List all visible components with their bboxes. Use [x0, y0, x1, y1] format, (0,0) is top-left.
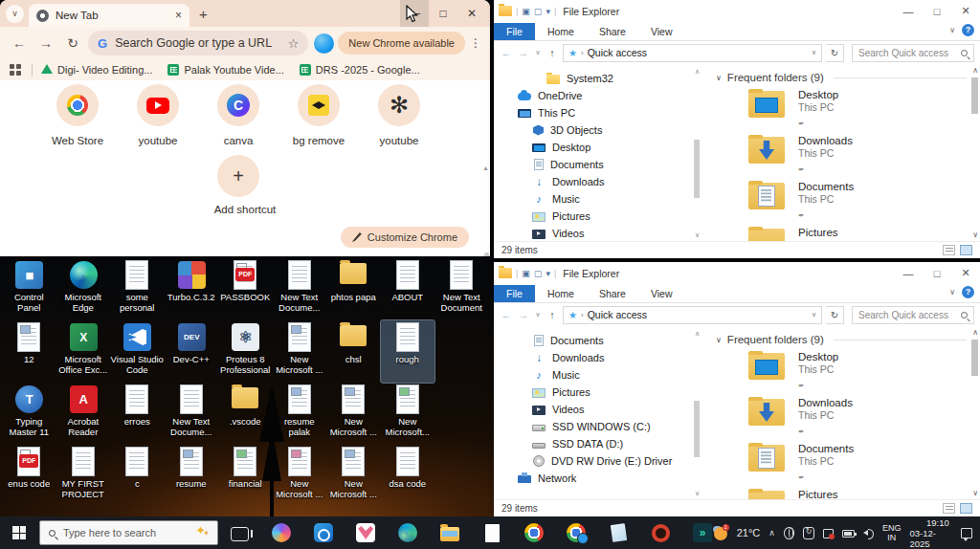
nav-pane-item[interactable]: Downloads	[494, 349, 702, 366]
nav-pane-item[interactable]: System32	[494, 70, 702, 87]
taskbar-app-icon[interactable]	[649, 521, 672, 544]
nav-pane-item[interactable]: SSD DATA (D:)	[494, 435, 702, 452]
desktop-icon[interactable]: phtos papa	[326, 258, 381, 320]
chrome-menu-icon[interactable]: ⋮	[469, 36, 482, 50]
frequent-folder-tile[interactable]: Downloads This PC	[748, 397, 967, 443]
breadcrumb[interactable]: Quick access	[588, 47, 808, 58]
desktop-icon[interactable]: ABOUT	[381, 258, 435, 320]
close-button[interactable]: ✕	[951, 0, 980, 22]
explorer-search-input[interactable]: Search Quick access	[852, 44, 974, 62]
reload-icon[interactable]: ↻	[61, 35, 84, 51]
explorer-search-input[interactable]: Search Quick access	[852, 306, 974, 324]
taskbar-app-icon[interactable]	[396, 521, 419, 544]
desktop-icon[interactable]: New Microsoft ...	[326, 445, 381, 507]
close-button[interactable]: ✕	[457, 0, 486, 27]
collapse-icon[interactable]: ∨	[716, 74, 722, 82]
network-globe-icon[interactable]	[784, 527, 794, 539]
back-icon[interactable]: ←	[500, 309, 513, 320]
scroll-down-icon[interactable]: ∨	[695, 231, 700, 239]
desktop-icon[interactable]: ▦ ▦ Control Panel	[2, 258, 56, 320]
desktop-icon[interactable]: 12	[2, 320, 56, 383]
desktop-icon[interactable]: PDF PDF enus code	[2, 445, 56, 507]
nav-pane-item[interactable]: Network	[494, 470, 702, 487]
taskbar-app-icon[interactable]	[438, 521, 461, 544]
desktop-icon[interactable]: A A Acrobat Reader	[56, 383, 111, 445]
frequent-folder-tile[interactable]: Desktop This PC	[748, 351, 967, 397]
frequent-folders-header[interactable]: ∨ Frequent folders (9)	[716, 72, 967, 83]
desktop-icon[interactable]: c	[110, 445, 165, 507]
scrollbar-thumb[interactable]	[971, 340, 978, 376]
desktop-icon[interactable]: erroes	[110, 383, 165, 445]
content-scrollbar[interactable]: ∧ ∨	[970, 328, 979, 497]
ribbon-tab[interactable]: View	[638, 285, 685, 302]
sidebar-scrollbar[interactable]: ∧ ∨	[693, 330, 701, 497]
temperature[interactable]: 21°C	[737, 527, 761, 538]
bookmark-item[interactable]: Palak Youtube Vide...	[167, 64, 283, 76]
weather-icon[interactable]: 1	[714, 525, 727, 541]
desktop-icon[interactable]: PDF PDF PASSBOOK	[218, 258, 273, 320]
up-icon[interactable]: ↑	[546, 309, 559, 320]
thumbnail-view-icon[interactable]	[960, 245, 972, 255]
scrollbar-thumb[interactable]	[694, 140, 700, 198]
minimize-button[interactable]: —	[894, 0, 923, 22]
desktop-icon[interactable]: New Text Document	[434, 258, 489, 320]
frequent-folder-tile[interactable]: Desktop This PC	[748, 89, 967, 135]
frequent-folders-header[interactable]: ∨ Frequent folders (9)	[716, 334, 967, 345]
ribbon-tab[interactable]: View	[638, 23, 685, 40]
profile-avatar[interactable]	[314, 33, 334, 54]
desktop-icon[interactable]: resume	[165, 445, 219, 507]
taskbar-app-icon[interactable]	[312, 521, 335, 544]
scroll-up-icon[interactable]: ∧	[972, 66, 978, 75]
desktop-icon[interactable]: DEV DEV Dev-C++	[165, 320, 219, 383]
nav-pane-item[interactable]: Music	[494, 366, 702, 384]
add-shortcut-button[interactable]: +	[217, 155, 259, 197]
nav-pane-item[interactable]: Desktop	[494, 139, 702, 156]
scrollbar[interactable]: ▲	[482, 165, 489, 256]
maximize-button[interactable]: □	[923, 262, 951, 284]
desktop-icon[interactable]: ⚛ ⚛ Proteus 8 Professional	[218, 320, 273, 383]
ribbon-tab[interactable]: Home	[535, 285, 587, 302]
display-notification-icon[interactable]	[823, 529, 834, 538]
taskbar-search-input[interactable]: Type here to search	[39, 520, 218, 545]
minimize-button[interactable]: —	[894, 262, 923, 284]
back-icon[interactable]: ←	[500, 47, 513, 58]
frequent-folder-tile[interactable]: Pictures This PC	[748, 489, 967, 499]
desktop-icon[interactable]: New Microsoft...	[381, 383, 435, 445]
scrollbar-thumb[interactable]	[694, 401, 700, 458]
scroll-down-icon[interactable]: ∨	[972, 231, 978, 239]
nav-pane-item[interactable]: Pictures	[494, 208, 702, 225]
nav-pane-item[interactable]: Documents	[494, 332, 702, 349]
sync-icon[interactable]	[803, 527, 813, 539]
hidden-icons-chevron-icon[interactable]: ∧	[768, 528, 775, 538]
recent-locations-icon[interactable]: ∨	[534, 49, 542, 56]
desktop-icon[interactable]: Turbo.C.3.2	[165, 258, 219, 320]
address-breadcrumb-bar[interactable]: ★ › Quick access ∨	[563, 306, 822, 324]
taskbar-app-icon[interactable]	[228, 521, 251, 544]
nav-pane-item[interactable]: Videos	[494, 225, 702, 241]
bookmark-star-icon[interactable]: ☆	[288, 36, 300, 51]
shortcut-tile[interactable]: youtube	[118, 84, 198, 146]
quick-access-toolbar-icon[interactable]: ▣	[522, 7, 530, 16]
desktop-icon[interactable]: Microsoft Edge	[56, 258, 111, 320]
scroll-up-icon[interactable]: ∧	[972, 328, 978, 337]
address-dropdown-icon[interactable]: ∨	[812, 49, 816, 56]
start-button[interactable]	[0, 516, 39, 549]
frequent-folder-tile[interactable]: Documents This PC	[748, 181, 967, 227]
breadcrumb[interactable]: Quick access	[588, 309, 808, 320]
refresh-icon[interactable]: ↻	[826, 306, 844, 324]
qat-dropdown-icon[interactable]: ▾	[546, 7, 550, 16]
desktop-icon[interactable]: .vscode	[218, 383, 273, 445]
desktop-icon[interactable]: New Microsoft ...	[273, 320, 327, 383]
taskbar-app-icon[interactable]	[523, 521, 546, 544]
desktop-icon[interactable]: dsa code	[381, 445, 435, 507]
collapse-icon[interactable]: ∨	[716, 336, 722, 344]
tab-close-icon[interactable]: ×	[175, 9, 182, 22]
close-button[interactable]: ✕	[951, 262, 980, 284]
scroll-up-icon[interactable]: ∧	[695, 330, 700, 338]
action-center-icon[interactable]	[961, 528, 972, 538]
language-indicator[interactable]: ENG IN	[882, 523, 902, 542]
forward-icon[interactable]: →	[34, 35, 57, 51]
details-view-icon[interactable]	[943, 245, 955, 255]
refresh-icon[interactable]: ↻	[826, 44, 844, 62]
bookmark-item[interactable]: Digi- Video Editing...	[41, 64, 152, 76]
